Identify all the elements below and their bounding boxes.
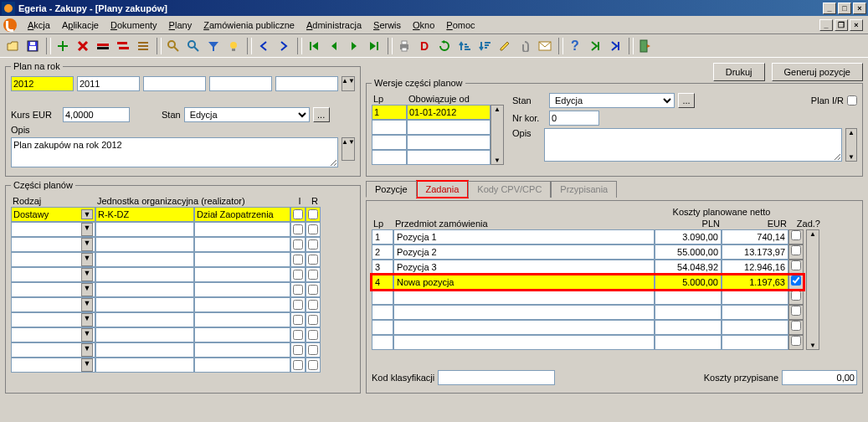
dropdown-icon[interactable]: ▼ bbox=[81, 298, 93, 311]
add-icon[interactable] bbox=[54, 37, 72, 55]
poz-eur-cell[interactable] bbox=[722, 335, 788, 350]
attach-icon[interactable] bbox=[516, 37, 534, 55]
poz-pln-cell[interactable] bbox=[655, 244, 722, 260]
menu-serwis[interactable]: Serwis bbox=[367, 18, 407, 32]
menu-zamowienia[interactable]: Zamówienia publiczne bbox=[198, 18, 300, 32]
wersja-row-blank[interactable] bbox=[372, 150, 490, 165]
poz-eur-cell[interactable] bbox=[722, 275, 788, 290]
save-icon[interactable] bbox=[23, 37, 42, 55]
step-fwd-icon[interactable] bbox=[586, 37, 604, 55]
mdi-restore-button[interactable]: ❐ bbox=[835, 19, 848, 31]
clear-icon[interactable] bbox=[94, 37, 112, 55]
czesci-row-blank[interactable]: ▼ bbox=[11, 312, 355, 327]
list-icon[interactable] bbox=[134, 37, 152, 55]
stan-select[interactable]: Edycja bbox=[184, 107, 310, 122]
czesci-row-blank[interactable]: ▼ bbox=[11, 252, 355, 267]
i-checkbox[interactable] bbox=[293, 209, 303, 219]
poz-zad-cell[interactable] bbox=[788, 244, 804, 260]
year-next-field[interactable] bbox=[77, 76, 140, 91]
poz-eur-cell[interactable] bbox=[722, 260, 788, 275]
tab-zadania[interactable]: Zadania bbox=[417, 181, 469, 198]
poz-subj-cell[interactable] bbox=[393, 305, 655, 320]
find-next-icon[interactable] bbox=[184, 37, 203, 55]
pozycja-row[interactable] bbox=[372, 290, 804, 305]
poz-pln-cell[interactable] bbox=[655, 305, 722, 320]
help-icon[interactable]: ? bbox=[566, 37, 584, 55]
pozycja-row[interactable] bbox=[372, 275, 804, 290]
czesci-row-blank[interactable]: ▼ bbox=[11, 237, 355, 252]
mail-icon[interactable] bbox=[536, 37, 554, 55]
wersja-row[interactable] bbox=[372, 105, 490, 120]
step-fwd2-icon[interactable] bbox=[606, 37, 624, 55]
wersje-scroll[interactable]: ▲▼ bbox=[490, 105, 504, 165]
wersja-lp-cell[interactable] bbox=[372, 105, 407, 120]
poz-zad-cell[interactable] bbox=[788, 290, 804, 305]
minimize-button[interactable]: _ bbox=[823, 3, 836, 14]
dropdown-icon[interactable]: ▼ bbox=[81, 313, 93, 327]
czesci-row-blank[interactable]: ▼ bbox=[11, 358, 355, 373]
czesci-row-blank[interactable]: ▼ bbox=[11, 297, 355, 312]
year-blank1-field[interactable] bbox=[143, 76, 206, 91]
poz-lp-cell[interactable] bbox=[372, 290, 393, 305]
delete-icon[interactable] bbox=[74, 37, 92, 55]
year-active-field[interactable] bbox=[11, 76, 74, 91]
pozycja-row[interactable] bbox=[372, 320, 804, 335]
filter-icon[interactable] bbox=[204, 37, 223, 55]
poz-lp-cell[interactable] bbox=[372, 260, 393, 275]
pozycja-row[interactable] bbox=[372, 244, 804, 260]
poz-pln-cell[interactable] bbox=[655, 260, 722, 275]
poz-zad-cell[interactable] bbox=[788, 275, 804, 290]
find-icon[interactable] bbox=[164, 37, 182, 55]
poz-zad-cell[interactable] bbox=[788, 305, 804, 320]
year-blank3-field[interactable] bbox=[275, 76, 338, 91]
pozycje-scroll[interactable]: ▲▼ bbox=[806, 229, 819, 350]
first-icon[interactable] bbox=[305, 37, 323, 55]
poz-zad-cell[interactable] bbox=[788, 229, 804, 244]
czesci-row[interactable]: Dostawy ▼ bbox=[11, 207, 355, 222]
poz-eur-cell[interactable] bbox=[722, 305, 788, 320]
poz-zad-cell[interactable] bbox=[788, 335, 804, 350]
tab-kody[interactable]: Kody CPV/CPC bbox=[468, 181, 551, 198]
menu-aplikacje[interactable]: Aplikacje bbox=[56, 18, 105, 32]
jorg-nazwa-cell[interactable] bbox=[194, 207, 290, 222]
year-scroll[interactable]: ▲▼ bbox=[342, 76, 355, 91]
stan-lookup-button[interactable]: ... bbox=[313, 107, 330, 122]
poz-subj-cell[interactable] bbox=[393, 335, 655, 350]
dropdown-icon[interactable]: ▼ bbox=[81, 283, 93, 296]
menu-okno[interactable]: Okno bbox=[407, 18, 440, 32]
sort-desc-icon[interactable] bbox=[475, 37, 494, 55]
mdi-close-button[interactable]: × bbox=[850, 19, 863, 31]
wersja-row-blank[interactable] bbox=[372, 135, 490, 150]
dropdown-icon[interactable]: ▼ bbox=[81, 209, 93, 219]
wersja-obow-cell[interactable] bbox=[407, 105, 490, 120]
poz-pln-cell[interactable] bbox=[655, 275, 722, 290]
print-icon[interactable] bbox=[395, 37, 413, 55]
tab-przypisania[interactable]: Przypisania bbox=[551, 181, 617, 198]
edit-icon[interactable] bbox=[496, 37, 514, 55]
close-button[interactable]: × bbox=[853, 3, 866, 14]
wersje-opis-scroll[interactable]: ▲▼ bbox=[845, 128, 857, 162]
poz-pln-cell[interactable] bbox=[655, 320, 722, 335]
poz-lp-cell[interactable] bbox=[372, 305, 393, 320]
czesci-row-blank[interactable]: ▼ bbox=[11, 282, 355, 297]
czesci-row-blank[interactable]: ▼ bbox=[11, 222, 355, 237]
kurs-eur-field[interactable] bbox=[63, 107, 130, 122]
poz-subj-cell[interactable] bbox=[393, 260, 655, 275]
exit-icon[interactable] bbox=[636, 37, 655, 55]
maximize-button[interactable]: □ bbox=[838, 3, 851, 14]
idea-icon[interactable] bbox=[224, 37, 243, 55]
kod-klasyfikacji-field[interactable] bbox=[438, 370, 555, 385]
poz-pln-cell[interactable] bbox=[655, 290, 722, 305]
poz-subj-cell[interactable] bbox=[393, 290, 655, 305]
poz-lp-cell[interactable] bbox=[372, 275, 393, 290]
tab-pozycje[interactable]: Pozycje bbox=[366, 181, 417, 198]
poz-zad-cell[interactable] bbox=[788, 320, 804, 335]
poz-pln-cell[interactable] bbox=[655, 335, 722, 350]
poz-eur-cell[interactable] bbox=[722, 229, 788, 244]
pozycja-row[interactable] bbox=[372, 229, 804, 244]
nav-next-icon[interactable] bbox=[275, 37, 293, 55]
poz-pln-cell[interactable] bbox=[655, 229, 722, 244]
letter-icon[interactable]: D bbox=[415, 37, 434, 55]
poz-subj-cell[interactable] bbox=[393, 244, 655, 260]
opis-field[interactable]: Plan zakupów na rok 2012 bbox=[11, 137, 338, 167]
